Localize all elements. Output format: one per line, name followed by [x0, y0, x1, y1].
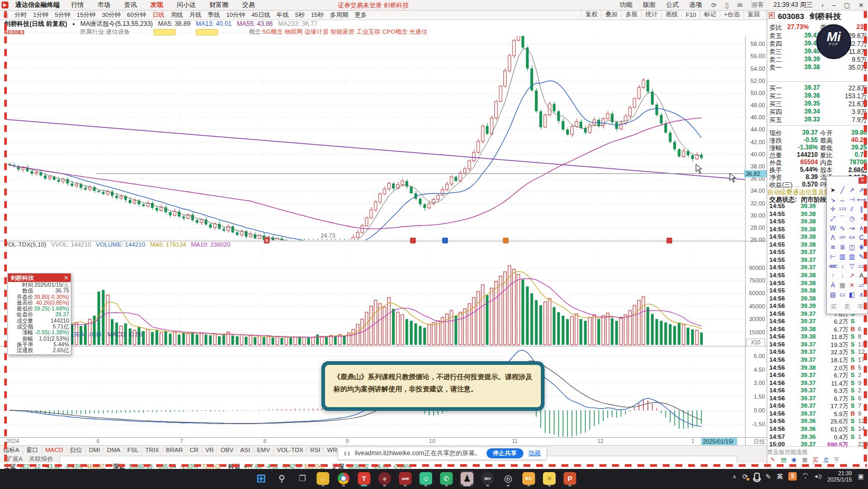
draw-tool-icon[interactable]: ↝	[847, 224, 856, 232]
quote-row[interactable]: 买五39.337.9万	[767, 116, 868, 124]
indicator-tab-ASI[interactable]: ASI	[237, 446, 254, 453]
timeframe-10分钟[interactable]: 10分钟	[226, 11, 245, 19]
tool-返回[interactable]: 返回	[743, 11, 764, 18]
tick-row[interactable]: 15:0039.37590.5万239	[767, 441, 868, 449]
draw-tool-icon[interactable]: A	[828, 281, 837, 289]
extension-tab-关联报价[interactable]: 关联报价	[26, 455, 56, 463]
quote-row[interactable]: 买二39.36153.1万	[767, 92, 868, 100]
tick-row[interactable]: 14:5639.376.7万S2	[767, 372, 868, 380]
pen-icon[interactable]: ✎	[766, 473, 771, 481]
draw-tool-icon[interactable]: ⇗	[857, 186, 866, 194]
taskbar-icon-camera-app[interactable]: ◎	[501, 471, 515, 486]
timeframe-日线[interactable]: 日线	[152, 11, 165, 19]
event-flag-icon[interactable]	[503, 238, 509, 243]
palette-close-icon[interactable]: ✕	[859, 177, 866, 184]
taskbar-icon-mv-app[interactable]: MV	[481, 471, 494, 486]
indicator-tab-VR[interactable]: VR	[202, 446, 217, 453]
draw-tool-icon[interactable]: ▽	[847, 262, 856, 270]
draw-tool-icon[interactable]: ⌒	[838, 214, 847, 223]
taskbar-icon-notes-app[interactable]: ≡	[542, 471, 556, 486]
pause-icon[interactable]: ❚❚	[344, 451, 350, 456]
timeframe-15秒[interactable]: 15秒	[311, 11, 323, 19]
indicator-tab-窗口[interactable]: 窗口	[23, 446, 42, 454]
indicator-tab-VOL-TDX[interactable]: VOL-TDX	[274, 446, 307, 453]
industry-value[interactable]: 通信设备	[106, 28, 130, 36]
phone-icon[interactable]: ▯	[725, 2, 729, 9]
draw-tool-icon[interactable]: ⤢	[828, 214, 837, 223]
tick-row[interactable]: 14:5639.3718.1万S17	[767, 356, 868, 364]
tick-row[interactable]: 14:5739.360.4万S1	[767, 434, 868, 441]
tick-row[interactable]: 14:5639.386.7万B6	[767, 326, 868, 334]
quote-row[interactable]: 买一39.3722.8万	[767, 84, 868, 92]
draw-tool-icon[interactable]: A	[857, 271, 866, 280]
draw-tool-icon[interactable]: ↓	[838, 262, 847, 270]
draw-tool-icon[interactable]: GP	[838, 233, 847, 242]
timeframe-5秒[interactable]: 5秒	[295, 11, 304, 19]
indicator-tab-BRAR[interactable]: BRAR	[163, 446, 187, 453]
panel-tool-icon[interactable]: ✎	[770, 456, 775, 463]
timeframe-5分钟[interactable]: 5分钟	[55, 11, 70, 19]
draw-tool-icon[interactable]: 123	[838, 205, 847, 213]
panel-tool-icon[interactable]: ▤	[781, 456, 786, 463]
draw-tool-icon[interactable]: ↑	[828, 271, 837, 280]
menu-item-功能[interactable]: 功能	[619, 1, 632, 10]
draw-tool-icon[interactable]: W	[828, 224, 837, 232]
tool-标记[interactable]: 标记	[700, 11, 720, 18]
draw-tool-icon[interactable]: ⋘	[828, 262, 837, 270]
draw-tool-icon[interactable]: ⫽	[847, 205, 856, 213]
draw-tool-icon[interactable]: GA	[847, 233, 856, 242]
draw-mode-卖[interactable]: 卖	[844, 303, 850, 312]
tool-叠加[interactable]: 叠加	[601, 11, 621, 18]
panel-tool-icon[interactable]: 买	[813, 456, 818, 464]
draw-tool-icon[interactable]: ↘	[828, 195, 837, 204]
indicator-tab-RSI[interactable]: RSI	[307, 446, 324, 453]
indicator-tab-CR[interactable]: CR	[186, 446, 202, 453]
draw-tool-icon[interactable]: ↗	[847, 271, 856, 280]
tray-clock[interactable]: 21:392025/1/15	[827, 470, 852, 483]
menu-item-资讯[interactable]: 资讯	[124, 1, 137, 10]
tick-row[interactable]: 14:5639.376.7万S6	[767, 395, 868, 403]
event-flag-icon[interactable]	[666, 238, 672, 243]
tool-F10[interactable]: F10	[681, 12, 700, 18]
tool-统计[interactable]: 统计	[641, 11, 661, 18]
indicator-tab-DMI[interactable]: DMI	[86, 446, 104, 453]
concept-list[interactable]: 5G概念 物联网 边缘计算 智能家居 工业互联 CPO概念 光通信	[263, 28, 427, 36]
drawing-tools-palette[interactable]: ✕ ➤╱↗⇗↘↔⊣⟷✛123⫽∥⤢⌒◷◔W∿↝∧ΛGPGAC≋≣◫⋕⊢▥▥✎⋘↓…	[826, 176, 868, 314]
tick-row[interactable]: 14:5639.382.0万B5	[767, 364, 868, 372]
draw-tool-icon[interactable]: ∧	[857, 290, 866, 299]
tray-expand-icon[interactable]: ∧	[732, 474, 736, 479]
draw-tool-icon[interactable]: ⊣	[847, 195, 856, 204]
taskbar-icon-kc-app[interactable]: KC	[522, 471, 536, 486]
popup-close-icon[interactable]: ✕	[64, 274, 69, 282]
tick-row[interactable]: 14:5639.3625.6万S12	[767, 418, 868, 426]
event-flag-icon[interactable]	[442, 238, 448, 243]
quote-row[interactable]: 卖二39.399.5万	[767, 55, 868, 63]
draw-tool-icon[interactable]: ▥	[838, 252, 847, 261]
timeframe-45日线[interactable]: 45日线	[251, 11, 270, 19]
draw-mode-买[interactable]: 买	[831, 303, 837, 312]
quote-row[interactable]: 卖一39.3835.0万	[767, 63, 868, 71]
tick-row[interactable]: 14:5639.376.2万S	[767, 318, 868, 326]
taskbar-icon-powerpoint[interactable]: P	[563, 471, 577, 486]
draw-tool-icon[interactable]: ↓	[838, 271, 847, 280]
taskbar-icon-green-cam-app[interactable]: ☺	[419, 471, 433, 486]
taskbar-icon-chrome[interactable]	[337, 471, 350, 486]
menu-item-问小达[interactable]: 问小达	[177, 1, 196, 10]
timeframe-更多[interactable]: 更多	[355, 11, 367, 19]
timeframe-15分钟[interactable]: 15分钟	[77, 11, 96, 19]
draw-tool-icon[interactable]: ↔	[838, 195, 847, 204]
menu-item-选项[interactable]: 选项	[689, 1, 702, 10]
taskbar-icon-wh6-app[interactable]: wh6	[398, 471, 412, 486]
timeframe-分时[interactable]: 分时	[14, 11, 26, 19]
maximize-icon[interactable]: ▢	[844, 2, 850, 9]
menu-item-市场[interactable]: 市场	[98, 1, 110, 10]
menu-item-公式[interactable]: 公式	[666, 1, 679, 10]
draw-tool-icon[interactable]: ⊢	[828, 252, 837, 261]
tick-row[interactable]: 14:5639.376.3万S2	[767, 387, 868, 395]
collapse-icon[interactable]: ‹	[822, 2, 824, 9]
taskbar-icon-qq[interactable]: ♟	[460, 471, 474, 486]
tick-row[interactable]: 14:5639.375.9万B9	[767, 410, 868, 418]
timeframe-1分钟[interactable]: 1分钟	[33, 11, 48, 19]
quote-row[interactable]: 买四39.343.9万	[767, 108, 868, 116]
draw-tool-icon[interactable]: ≣	[838, 243, 847, 251]
